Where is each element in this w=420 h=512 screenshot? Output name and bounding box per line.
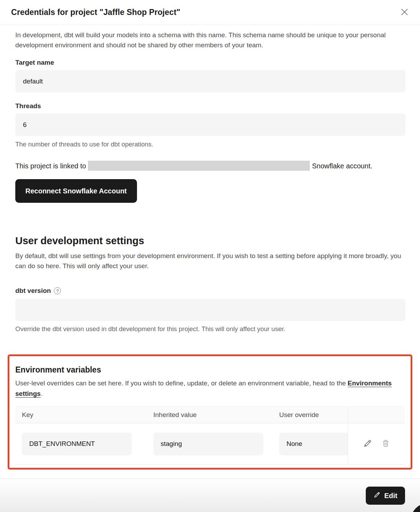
- modal-body: In development, dbt will build your mode…: [0, 30, 420, 470]
- user-dev-settings-description: By default, dbt will use settings from y…: [15, 251, 405, 271]
- linked-text-before: This project is linked to: [15, 162, 86, 170]
- edit-button[interactable]: Edit: [366, 487, 405, 505]
- reconnect-button-label: Reconnect Snowflake Account: [25, 187, 127, 195]
- edit-button-label: Edit: [384, 492, 397, 500]
- target-name-label: Target name: [15, 59, 405, 66]
- column-header-user-override: User override: [273, 411, 348, 419]
- env-desc-before-link: User-level overrides can be set here. If…: [15, 379, 348, 387]
- edit-pencil-icon: [373, 491, 381, 500]
- threads-input[interactable]: [15, 113, 405, 136]
- close-icon: [400, 7, 409, 18]
- target-name-input[interactable]: [15, 70, 405, 93]
- column-header-actions: [348, 407, 405, 423]
- environment-variables-heading: Environment variables: [15, 365, 405, 375]
- dbt-version-label: dbt version: [15, 287, 51, 295]
- environment-variables-table: Key Inherited value User override DBT_EN…: [15, 406, 405, 465]
- user-dev-settings-heading: User development settings: [15, 235, 405, 247]
- env-desc-after-link: .: [41, 390, 42, 397]
- trash-icon: [381, 439, 390, 449]
- edit-row-button[interactable]: [363, 439, 372, 449]
- close-button[interactable]: [398, 7, 410, 18]
- dbt-version-helper-text: Override the dbt version used in dbt dev…: [15, 325, 405, 333]
- environment-variables-description: User-level overrides can be set here. If…: [15, 378, 405, 399]
- environment-variables-section: Environment variables User-level overrid…: [8, 354, 412, 470]
- table-row: DBT_ENVIRONMENT staging None: [15, 423, 405, 465]
- env-var-user-override-value: None: [279, 433, 348, 455]
- modal-title: Credentials for project "Jaffle Shop Pro…: [11, 8, 180, 17]
- schema-description: In development, dbt will build your mode…: [15, 30, 405, 50]
- threads-helper-text: The number of threads to use for dbt ope…: [15, 141, 405, 148]
- reconnect-snowflake-button[interactable]: Reconnect Snowflake Account: [15, 179, 137, 203]
- linked-account-text: This project is linked toSnowflake accou…: [15, 160, 405, 172]
- delete-row-button[interactable]: [381, 439, 390, 449]
- linked-text-after: Snowflake account.: [312, 162, 372, 170]
- env-var-inherited-value: staging: [153, 433, 263, 455]
- modal-header: Credentials for project "Jaffle Shop Pro…: [0, 0, 420, 25]
- column-header-key: Key: [15, 411, 147, 419]
- help-icon[interactable]: ?: [54, 287, 61, 294]
- dbt-version-input[interactable]: [15, 299, 405, 321]
- row-actions: [348, 423, 405, 464]
- pencil-icon: [363, 439, 372, 449]
- threads-label: Threads: [15, 102, 405, 110]
- env-var-key-value: DBT_ENVIRONMENT: [22, 433, 132, 455]
- redacted-account-name: [88, 161, 310, 171]
- table-header-row: Key Inherited value User override: [15, 407, 405, 423]
- modal-footer: Edit: [0, 479, 420, 512]
- column-header-inherited-value: Inherited value: [147, 411, 273, 419]
